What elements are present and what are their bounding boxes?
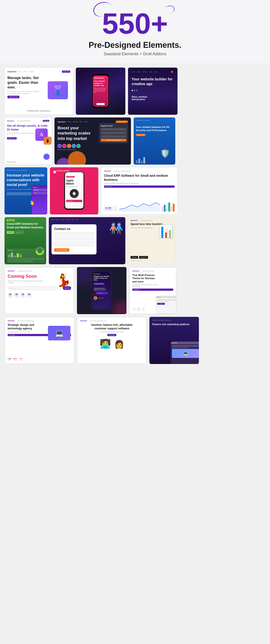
phone-cta[interactable]: Discover More: [96, 103, 105, 105]
card-task-management[interactable]: Saasland Home About Services Free Trial …: [5, 68, 73, 115]
stat-label: Active users: [105, 209, 116, 210]
card-content: D DIGITAL AGENCY DIGITAL AGENCY Apple Wa…: [50, 167, 98, 214]
card-apple-watch[interactable]: D DIGITAL AGENCY DIGITAL AGENCY Apple Wa…: [50, 167, 98, 214]
card-conversations[interactable]: Saasland Home Pages Blog Shop Increase y…: [5, 167, 47, 214]
countdown: 00 Days 00 Hrs 00 Min 00 Sec: [8, 292, 71, 298]
card-logo: Saasland: [8, 270, 15, 272]
form-submit[interactable]: Start Growing Business: [101, 139, 126, 142]
decorative-shapes: [54, 151, 131, 164]
illustration-person: 🧑‍💻: [100, 338, 111, 349]
card-customer-support[interactable]: Saasland Home Pages Portfolio Blog Shop …: [77, 317, 147, 364]
first-name-input[interactable]: [101, 128, 126, 131]
chat-name: John Smith: [98, 297, 104, 299]
card-title: Feature-rich marketing platform: [152, 323, 196, 326]
card-desc: A simple and powerful cloud-based ERP so…: [104, 182, 175, 184]
grid-row-6: Saasland Home Pages Portfolio Blog Shop …: [5, 317, 265, 364]
coming-soon-desc: We will be here soon with something amaz…: [8, 280, 44, 284]
phone-desc: Perfect tech wearable: [66, 186, 82, 187]
donut-chart: [35, 246, 44, 255]
card-live-chat[interactable]: SAASLAND Engage your website visitors us…: [77, 267, 126, 314]
card-logo: Saasland: [8, 70, 17, 73]
header-subtitle: Saasland Elements + Droit Addons: [5, 52, 265, 56]
card-desc: A complete website building toolkit save…: [132, 284, 159, 287]
member-avatars: [58, 144, 128, 148]
cta-button[interactable]: Get Started: [132, 288, 173, 291]
card-security[interactable]: Saasland Home Pages Blog Your Unified So…: [134, 118, 175, 164]
registration-form: Register Now! Start Growing Business: [99, 123, 128, 143]
card-content: Saasland Home Pages Blog Shop Elements C…: [101, 168, 177, 214]
nav-cta-btn[interactable]: Free Trial: [62, 70, 70, 73]
store-badges: App Store Google Play: [130, 256, 173, 259]
submit-btn[interactable]: Send Message: [54, 248, 69, 252]
watch-cta[interactable]: Go to shop: [66, 200, 82, 202]
card-title: Strategic design and technology agency: [8, 323, 37, 330]
nav-items: Home About Services: [18, 71, 34, 72]
screen-cta[interactable]: Trial chat for free: [94, 283, 104, 285]
card-nav: Saasland Home Pages Blog Shop Elements: [104, 170, 175, 172]
card-desc: The Saasland wherever your business oper…: [8, 331, 37, 332]
card-website-builder-phone[interactable]: GET THE BEST TASK Your website builder f…: [76, 68, 125, 115]
stat-number: 21,585: [105, 207, 116, 209]
card-multi-purpose[interactable]: Saasland Home Pages Blog Shop True Multi…: [129, 267, 176, 314]
phone-mockup: DIGITAL AGENCY Apple Watch Perfect tech …: [64, 172, 84, 210]
grid-row-3: Saasland Home Pages Blog Shop Increase y…: [5, 167, 265, 214]
tech-logos: T R L L O: [130, 260, 173, 262]
card-feature-rich[interactable]: Saasland Home Pages Portfolio Blog Featu…: [149, 317, 199, 364]
chart-svg: [119, 200, 160, 212]
email-input[interactable]: [101, 135, 126, 138]
last-name-input[interactable]: [101, 132, 126, 134]
brand-tag: Saasland: [7, 220, 15, 221]
phone-mockup: GET THE BEST TASK Your website builder f…: [92, 73, 109, 109]
illustration-person2: 👩: [114, 340, 124, 349]
cta-button[interactable]: Start For Free: [8, 96, 19, 98]
card-contact[interactable]: Home PagesGrowth ShowcaseBlogShop 🧑‍🤝‍🧑 …: [49, 217, 125, 264]
card-cloud-erp[interactable]: Saasland Home Pages Blog Shop Elements C…: [101, 167, 178, 214]
card-logo: Saasland: [132, 270, 139, 272]
svg-marker-0: [119, 202, 160, 212]
card-content: Saasland PagesPortfolioBlogShop Register…: [54, 118, 131, 153]
card-title: Cloud ERP Solutions for Small and Medium…: [7, 222, 44, 229]
play-btn[interactable]: ▶ Play Now: [15, 231, 24, 234]
card-desc: A simple and powerful customer support s…: [100, 331, 124, 332]
illustration: 💃: [56, 273, 72, 288]
card-logo: Saasland: [8, 320, 15, 322]
header-number: 550+: [102, 9, 168, 38]
card-illustration: 📊: [158, 224, 174, 239]
grid-row-5: Saasland Home Pages Portfolio Blog In Co…: [5, 267, 265, 314]
card-marketing-boost[interactable]: Saasland PagesPortfolioBlogShop Register…: [54, 118, 131, 164]
cta-button[interactable]: Try For Free: [104, 186, 175, 188]
card-title: Your Unified Solution For PC Security an…: [136, 126, 173, 132]
grid-row-4: Saasland Cloud ERP Solutions for Small a…: [5, 217, 265, 264]
nav-cta[interactable]: Register Now!: [116, 120, 128, 123]
card-spend-less[interactable]: Saasland Home Pages Blog Shop Spend less…: [128, 217, 175, 264]
card-desc: To the innovative tech owner willing to …: [8, 90, 41, 94]
cta-button[interactable]: Learn more: [136, 134, 146, 136]
card-erp-green[interactable]: Saasland Cloud ERP Solutions for Small a…: [5, 217, 46, 264]
chat-bubble-1: Hello! How can I help you?: [94, 288, 106, 291]
card-website-builder-dark[interactable]: HomePagesPortfolioBlogShop Your website …: [128, 68, 178, 115]
phone-title: Apple Watch: [66, 179, 82, 185]
card-title: Boost your marketing scales into top mar…: [58, 126, 98, 141]
header-title: Pre-Designed Elements.: [5, 40, 265, 50]
phone-screen-sub: Rave is the multipurpose WordPress Theme…: [94, 88, 107, 93]
cta-button[interactable]: Try For Free: [107, 334, 116, 336]
card-bottom: We believe that: [7, 161, 16, 162]
member-text: Join other 3000+ members worldwide: [58, 149, 128, 150]
card-illustration: Feel betterwhen youneed to. 👤: [48, 81, 68, 99]
stats-row: 4.5k Clients 96% Happy 120+ Projects: [8, 356, 71, 361]
card-coming-soon[interactable]: Saasland Home Pages Portfolio Blog In Co…: [5, 267, 74, 314]
cta-button[interactable]: Start For Free: [7, 137, 17, 140]
card-strategic-design[interactable]: Saasland Home Pages Portfolio Blog Shop …: [5, 317, 74, 364]
start-btn[interactable]: Start Now: [7, 231, 14, 234]
card-logo: Saasland: [80, 320, 87, 322]
card-title: Cloud ERP Software for Small and medium …: [104, 174, 175, 182]
card-design-assets[interactable]: Saasland Home Pages Portfolio Blog Free …: [5, 118, 52, 164]
card-logo: Saasland: [130, 220, 138, 221]
card-nav: Saasland PagesPortfolioBlogShop Register…: [58, 120, 128, 123]
card-title: True Multi-Purpose Theme for Startups an…: [132, 274, 159, 283]
card-bottom-text: Enabling better organizations: [8, 110, 70, 112]
grid-section: Saasland Home About Services Free Trial …: [0, 63, 270, 371]
card-title: Manage tasks. Set goals. Easier than eve…: [8, 76, 41, 90]
email-input[interactable]: Enter email: [8, 286, 62, 290]
card-title: Intuitive, feature-rich, affordable cust…: [89, 323, 134, 330]
